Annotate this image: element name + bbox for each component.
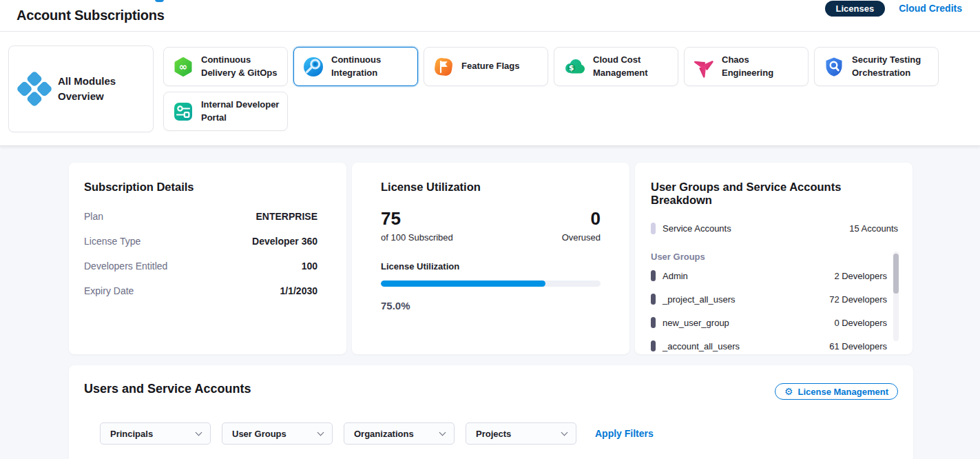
filter-label: Projects	[476, 429, 511, 439]
filter-label: Principals	[110, 429, 153, 439]
detail-value: 100	[302, 261, 317, 272]
overused-caption: Overused	[562, 232, 601, 243]
groups-scrollbar[interactable]	[893, 252, 899, 341]
user-group-count: 0 Developers	[834, 318, 898, 328]
module-tile-label: Feature Flags	[461, 60, 520, 72]
usage-row: 75 of 100 Subscribed 0 Overused	[381, 210, 601, 243]
breakdown-card: User Groups and Service Accounts Breakdo…	[635, 163, 913, 354]
module-tile-cloud-cost[interactable]: $ Cloud Cost Management	[554, 47, 678, 86]
filter-label: User Groups	[232, 429, 286, 439]
account-subscriptions-page: Account Subscriptions Licenses Cloud Cre…	[0, 0, 980, 459]
all-modules-icon	[17, 72, 52, 106]
user-group-count: 61 Developers	[829, 341, 898, 351]
module-tile-label: Cloud Cost Management	[593, 54, 672, 79]
user-group-name: _project_all_users	[663, 294, 736, 305]
user-group-bullet-icon	[651, 270, 656, 281]
detail-label: Plan	[84, 211, 103, 222]
detail-row-expiry-date: Expiry Date 1/1/2030	[84, 278, 317, 303]
module-tile-internal-dev-portal[interactable]: Internal Developer Portal	[163, 92, 288, 131]
page-title: Account Subscriptions	[17, 8, 165, 23]
module-tile-label: Chaos Engineering	[722, 54, 802, 79]
user-group-bullet-icon	[651, 294, 656, 305]
module-tile-security-testing[interactable]: Security Testing Orchestration	[814, 47, 939, 86]
detail-value: ENTERPRISE	[256, 211, 317, 222]
license-utilization-title: License Utilization	[381, 181, 601, 194]
detail-label: Expiry Date	[84, 285, 134, 296]
cd-gitops-icon: ∞	[172, 56, 194, 78]
users-section-header: Users and Service Accounts ⚙ License Man…	[84, 382, 898, 400]
security-testing-icon	[823, 56, 845, 78]
utilization-percent: 75.0%	[381, 300, 601, 312]
chevron-down-icon	[439, 429, 446, 436]
projects-filter-dropdown[interactable]: Projects	[466, 422, 576, 445]
view-switcher: Licenses Cloud Credits	[825, 0, 962, 17]
overused-block: 0 Overused	[562, 210, 601, 243]
overused-count: 0	[562, 210, 601, 227]
user-groups-filter-dropdown[interactable]: User Groups	[222, 422, 333, 445]
detail-label: License Type	[84, 236, 140, 247]
user-group-count: 2 Developers	[834, 271, 898, 281]
user-group-name: new_user_group	[663, 318, 729, 328]
service-accounts-value: 15 Accounts	[849, 223, 898, 234]
module-tile-label: Internal Developer Portal	[201, 99, 282, 123]
filter-label: Organizations	[354, 429, 414, 439]
users-service-accounts-card: Users and Service Accounts ⚙ License Man…	[69, 365, 913, 459]
cloud-credits-tab[interactable]: Cloud Credits	[899, 3, 962, 14]
module-tiles: ∞ Continuous Delivery & GitOps	[163, 47, 955, 131]
svg-text:∞: ∞	[179, 60, 188, 72]
users-section-title: Users and Service Accounts	[84, 382, 251, 396]
module-tile-label: Continuous Delivery & GitOps	[201, 54, 282, 79]
user-group-row: _project_all_users 72 Developers	[651, 287, 898, 311]
cloud-cost-icon: $	[563, 56, 586, 78]
licenses-tab[interactable]: Licenses	[825, 1, 886, 17]
service-accounts-row: Service Accounts 15 Accounts	[651, 223, 898, 234]
chevron-down-icon	[561, 429, 568, 436]
clipped-header-element	[155, 0, 164, 2]
chevron-down-icon	[317, 429, 324, 436]
detail-value: 1/1/2030	[280, 285, 318, 296]
user-group-count: 72 Developers	[829, 294, 898, 305]
breakdown-title: User Groups and Service Accounts Breakdo…	[651, 181, 898, 207]
subscription-details-title: Subscription Details	[84, 181, 317, 194]
user-group-row: _account_all_users 61 Developers	[651, 334, 898, 358]
detail-row-developers-entitled: Developers Entitled 100	[84, 254, 317, 278]
license-utilization-bar	[381, 280, 601, 287]
subscription-detail-rows: Plan ENTERPRISE License Type Developer 3…	[84, 204, 317, 303]
license-management-label: License Management	[798, 387, 889, 397]
user-group-row: Admin 2 Developers	[651, 264, 898, 287]
principals-filter-dropdown[interactable]: Principals	[100, 422, 211, 445]
internal-dev-portal-icon	[172, 101, 194, 123]
utilization-bar-label: License Utilization	[381, 261, 601, 272]
modules-band: All Modules Overview ∞ Continuous Delive…	[0, 32, 980, 146]
user-groups-list: Admin 2 Developers _project_all_users 72…	[651, 264, 898, 358]
user-group-name: _account_all_users	[663, 341, 740, 351]
service-accounts-bullet-icon	[651, 223, 656, 234]
user-group-bullet-icon	[651, 317, 656, 328]
user-group-row: new_user_group 0 Developers	[651, 311, 898, 334]
module-tile-label: Continuous Integration	[331, 54, 412, 79]
license-utilization-fill	[381, 280, 545, 287]
summary-cards-row: Subscription Details Plan ENTERPRISE Lic…	[69, 163, 913, 354]
module-tile-continuous-integration[interactable]: Continuous Integration	[293, 47, 418, 86]
content-area: Subscription Details Plan ENTERPRISE Lic…	[0, 146, 980, 459]
detail-row-plan: Plan ENTERPRISE	[84, 204, 317, 229]
apply-filters-button[interactable]: Apply Filters	[595, 428, 654, 439]
license-management-button[interactable]: ⚙ License Management	[775, 383, 898, 400]
module-tile-chaos-engineering[interactable]: Chaos Engineering	[684, 47, 809, 86]
svg-text:$: $	[569, 63, 574, 72]
groups-scrollbar-thumb[interactable]	[893, 254, 899, 294]
module-tile-feature-flags[interactable]: Feature Flags	[424, 47, 548, 86]
chevron-down-icon	[196, 429, 202, 436]
detail-row-license-type: License Type Developer 360	[84, 229, 317, 254]
feature-flags-icon	[432, 56, 455, 78]
all-modules-overview-card[interactable]: All Modules Overview	[8, 45, 154, 132]
module-tile-label: Security Testing Orchestration	[852, 54, 932, 79]
detail-value: Developer 360	[252, 236, 317, 247]
chaos-engineering-icon	[693, 56, 715, 78]
top-bar: Account Subscriptions Licenses Cloud Cre…	[0, 0, 980, 32]
used-count: 75	[381, 210, 453, 227]
organizations-filter-dropdown[interactable]: Organizations	[344, 422, 455, 445]
module-tile-cd-gitops[interactable]: ∞ Continuous Delivery & GitOps	[163, 47, 288, 86]
continuous-integration-icon	[302, 56, 324, 78]
gear-icon: ⚙	[784, 387, 793, 396]
